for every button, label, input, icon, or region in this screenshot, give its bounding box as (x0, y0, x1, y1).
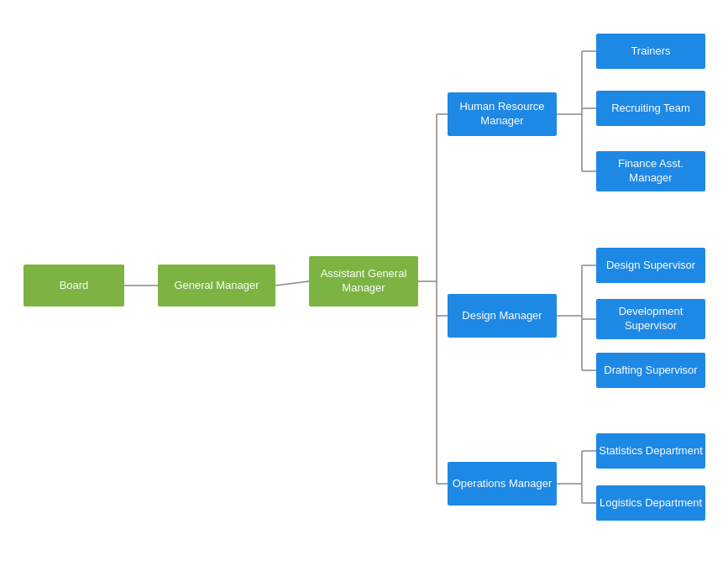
recruiting-team-node: Recruiting Team (596, 91, 705, 126)
drafting-supervisor-node: Drafting Supervisor (596, 353, 705, 388)
logistics-department-node: Logistics Department (596, 485, 705, 521)
finance-asst-manager-node: Finance Asst. Manager (596, 151, 705, 191)
org-chart: Board General Manager Assistant General … (0, 0, 728, 566)
operations-manager-node: Operations Manager (448, 462, 557, 506)
general-manager-node: General Manager (158, 265, 275, 307)
design-manager-node: Design Manager (448, 294, 557, 338)
trainers-node: Trainers (596, 34, 705, 69)
statistics-department-node: Statistics Department (596, 433, 705, 469)
design-supervisor-node: Design Supervisor (596, 248, 705, 283)
development-supervisor-node: Development Supervisor (596, 299, 705, 339)
hr-manager-node: Human Resource Manager (448, 92, 557, 136)
board-node: Board (24, 265, 124, 307)
svg-line-1 (275, 281, 309, 286)
assistant-general-manager-node: Assistant General Manager (309, 256, 418, 307)
